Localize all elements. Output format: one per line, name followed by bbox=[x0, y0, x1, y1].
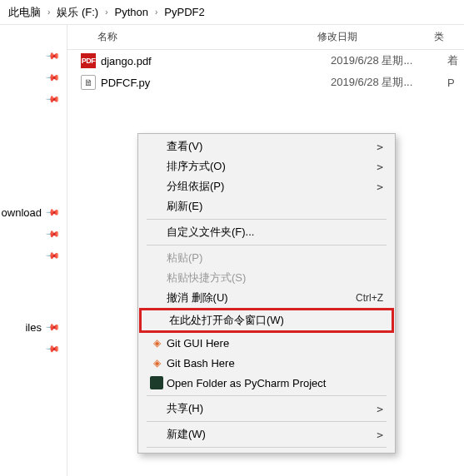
menu-view[interactable]: 查看(V)> bbox=[140, 136, 393, 156]
file-date: 2019/6/28 星期... bbox=[331, 53, 447, 68]
sidebar-item[interactable]: 📌 bbox=[0, 338, 67, 359]
menu-customize[interactable]: 自定义文件夹(F)... bbox=[140, 222, 393, 242]
sidebar-item[interactable]: 📌 bbox=[0, 67, 67, 88]
chevron-right-icon: > bbox=[377, 181, 383, 193]
menu-separator bbox=[147, 219, 387, 220]
menu-separator bbox=[147, 447, 387, 448]
pin-icon: 📌 bbox=[44, 91, 60, 107]
chevron-right-icon: › bbox=[46, 7, 52, 17]
menu-separator bbox=[147, 421, 387, 422]
pin-icon: 📌 bbox=[44, 226, 60, 241]
menu-undo[interactable]: 撤消 删除(U)Ctrl+Z bbox=[140, 288, 393, 308]
menu-open-cmd[interactable]: 在此处打开命令窗口(W) bbox=[142, 310, 392, 330]
menu-group[interactable]: 分组依据(P)> bbox=[140, 176, 393, 196]
chevron-right-icon: > bbox=[377, 161, 383, 173]
menu-share[interactable]: 共享(H)> bbox=[140, 399, 393, 419]
git-icon: ◈ bbox=[147, 337, 167, 349]
chevron-right-icon: > bbox=[377, 403, 383, 415]
menu-git-bash[interactable]: ◈Git Bash Here bbox=[140, 353, 393, 373]
highlight-annotation: 在此处打开命令窗口(W) bbox=[139, 308, 394, 333]
file-name: django.pdf bbox=[101, 55, 331, 67]
sidebar-item[interactable]: 📌 bbox=[0, 88, 67, 110]
breadcrumb-item[interactable]: PyPDF2 bbox=[164, 6, 204, 18]
pycharm-icon bbox=[147, 376, 167, 389]
breadcrumb-item[interactable]: 娱乐 (F:) bbox=[57, 5, 98, 20]
menu-git-gui[interactable]: ◈Git GUI Here bbox=[140, 333, 393, 353]
column-date[interactable]: 修改日期 bbox=[317, 30, 434, 44]
file-type: 着 bbox=[447, 53, 458, 68]
file-type: P bbox=[447, 77, 455, 89]
column-type[interactable]: 类 bbox=[434, 30, 451, 44]
chevron-right-icon: > bbox=[377, 429, 383, 441]
sidebar: 📌 📌 📌 ownload📌 📌 📌 iles📌 📌 bbox=[0, 25, 67, 476]
python-file-icon: 🗎 bbox=[81, 75, 96, 90]
pin-icon: 📌 bbox=[44, 204, 60, 220]
pin-icon: 📌 bbox=[44, 319, 60, 335]
sidebar-item[interactable]: iles📌 bbox=[0, 316, 67, 338]
pin-icon: 📌 bbox=[44, 47, 60, 63]
menu-separator bbox=[147, 245, 387, 245]
file-name: PDFCF.py bbox=[101, 77, 331, 89]
menu-sort[interactable]: 排序方式(O)> bbox=[140, 156, 393, 176]
chevron-right-icon: › bbox=[103, 7, 109, 17]
sidebar-item[interactable]: 📌 bbox=[0, 45, 67, 67]
sidebar-item[interactable]: ownload📌 bbox=[0, 201, 67, 223]
sidebar-item[interactable]: 📌 bbox=[0, 245, 67, 266]
menu-paste-shortcut: 粘贴快捷方式(S) bbox=[140, 268, 393, 288]
menu-separator bbox=[147, 395, 387, 396]
pin-icon: 📌 bbox=[44, 247, 60, 263]
git-icon: ◈ bbox=[147, 357, 167, 369]
sidebar-item[interactable]: 📌 bbox=[0, 223, 67, 245]
breadcrumb-item[interactable]: 此电脑 bbox=[8, 5, 41, 20]
menu-refresh[interactable]: 刷新(E) bbox=[140, 196, 393, 216]
context-menu: 查看(V)> 排序方式(O)> 分组依据(P)> 刷新(E) 自定义文件夹(F)… bbox=[137, 133, 396, 454]
file-row[interactable]: 🗎 PDFCF.py 2019/6/28 星期... P bbox=[67, 72, 464, 93]
menu-paste: 粘贴(P) bbox=[140, 248, 393, 268]
chevron-right-icon: > bbox=[377, 141, 383, 153]
pdf-icon: PDF bbox=[81, 53, 96, 68]
pin-icon: 📌 bbox=[44, 69, 60, 85]
menu-new[interactable]: 新建(W)> bbox=[140, 424, 393, 444]
file-row[interactable]: PDF django.pdf 2019/6/28 星期... 着 bbox=[67, 50, 464, 72]
breadcrumb[interactable]: 此电脑 › 娱乐 (F:) › Python › PyPDF2 bbox=[0, 0, 464, 25]
file-date: 2019/6/28 星期... bbox=[331, 75, 447, 90]
column-headers: 名称 修改日期 类 bbox=[67, 25, 464, 50]
menu-pycharm[interactable]: Open Folder as PyCharm Project bbox=[140, 373, 393, 393]
pin-icon: 📌 bbox=[44, 340, 60, 356]
chevron-right-icon: › bbox=[153, 7, 159, 17]
column-name[interactable]: 名称 bbox=[67, 30, 317, 44]
breadcrumb-item[interactable]: Python bbox=[115, 6, 148, 18]
